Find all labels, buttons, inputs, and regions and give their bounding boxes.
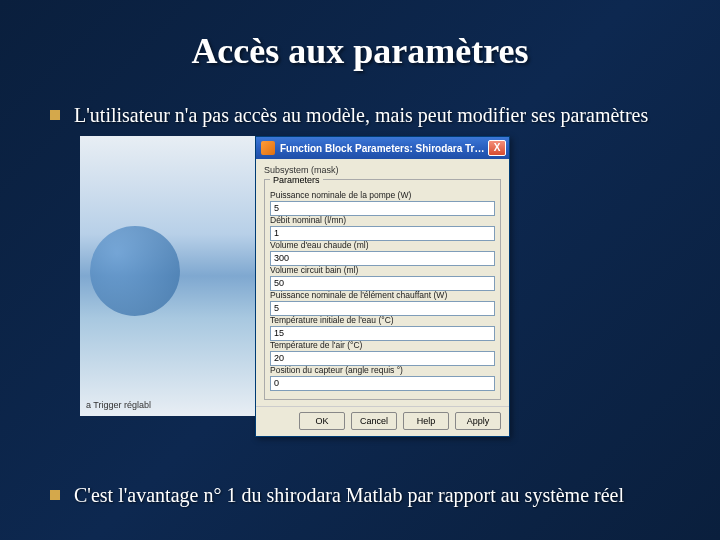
heater-power-input[interactable]: 5: [270, 301, 495, 316]
dialog-title: Function Block Parameters: Shirodara Tr…: [280, 143, 488, 154]
field-row: Puissance nominale de l'élément chauffan…: [270, 290, 495, 316]
bullet-2-text: C'est l'avantage n° 1 du shirodara Matla…: [74, 482, 624, 508]
field-row: Température de l'air (°C) 20: [270, 340, 495, 366]
help-button[interactable]: Help: [403, 412, 449, 430]
field-label: Position du capteur (angle requis °): [270, 365, 495, 375]
bullet-1-text: L'utilisateur n'a pas accès au modèle, m…: [74, 102, 648, 128]
air-temp-input[interactable]: 20: [270, 351, 495, 366]
field-label: Débit nominal (l/mn): [270, 215, 495, 225]
field-label: Volume circuit bain (ml): [270, 265, 495, 275]
pump-power-input[interactable]: 5: [270, 201, 495, 216]
ok-button[interactable]: OK: [299, 412, 345, 430]
background-illustration: a Trigger réglabl: [80, 136, 255, 416]
field-label: Température initiale de l'eau (°C): [270, 315, 495, 325]
field-row: Position du capteur (angle requis °) 0: [270, 365, 495, 391]
flow-rate-input[interactable]: 1: [270, 226, 495, 241]
bath-volume-input[interactable]: 50: [270, 276, 495, 291]
hot-water-volume-input[interactable]: 300: [270, 251, 495, 266]
dialog-buttons: OK Cancel Help Apply: [256, 406, 509, 436]
bg-caption: a Trigger réglabl: [86, 400, 151, 410]
bullet-marker-icon: [50, 490, 60, 500]
close-button[interactable]: X: [488, 140, 506, 156]
parameters-dialog: Function Block Parameters: Shirodara Tr……: [255, 136, 510, 437]
bullet-marker-icon: [50, 110, 60, 120]
group-legend: Parameters: [270, 175, 323, 185]
field-row: Puissance nominale de la pompe (W) 5: [270, 190, 495, 216]
section-label: Subsystem (mask): [264, 165, 501, 175]
field-row: Volume circuit bain (ml) 50: [270, 265, 495, 291]
sensor-position-input[interactable]: 0: [270, 376, 495, 391]
field-label: Puissance nominale de la pompe (W): [270, 190, 495, 200]
field-label: Puissance nominale de l'élément chauffan…: [270, 290, 495, 300]
bullet-1: L'utilisateur n'a pas accès au modèle, m…: [50, 102, 670, 128]
field-row: Température initiale de l'eau (°C) 15: [270, 315, 495, 341]
slide-title: Accès aux paramètres: [50, 30, 670, 72]
parameters-group: Parameters Puissance nominale de la pomp…: [264, 179, 501, 400]
apply-button[interactable]: Apply: [455, 412, 501, 430]
field-label: Température de l'air (°C): [270, 340, 495, 350]
initial-temp-input[interactable]: 15: [270, 326, 495, 341]
field-row: Débit nominal (l/mn) 1: [270, 215, 495, 241]
field-row: Volume d'eau chaude (ml) 300: [270, 240, 495, 266]
dialog-titlebar[interactable]: Function Block Parameters: Shirodara Tr……: [256, 137, 509, 159]
bullet-2: C'est l'avantage n° 1 du shirodara Matla…: [50, 482, 670, 508]
simulink-icon: [261, 141, 275, 155]
field-label: Volume d'eau chaude (ml): [270, 240, 495, 250]
cancel-button[interactable]: Cancel: [351, 412, 397, 430]
